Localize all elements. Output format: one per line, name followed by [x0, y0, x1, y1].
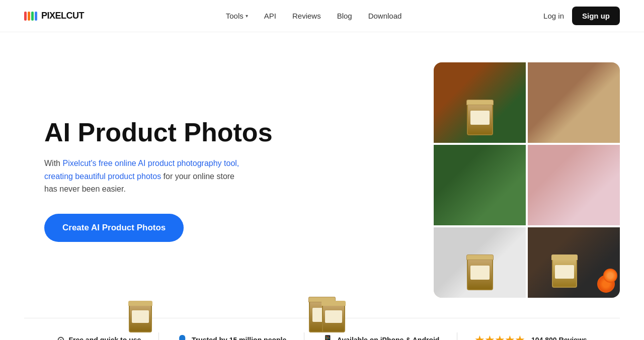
trust-divider-1: [158, 332, 159, 340]
trust-item-free: ⊙ Free and quick to use: [57, 334, 141, 340]
grid-image-flowers: [528, 145, 620, 225]
nav-reviews[interactable]: Reviews: [292, 12, 321, 20]
nav-download[interactable]: Download: [368, 12, 402, 20]
clock-icon: ⊙: [57, 334, 64, 340]
trust-item-mobile: 📱 Available on iPhone & Android: [322, 334, 440, 340]
logo-bar-orange: [28, 12, 30, 21]
hero-description: With Pixelcut's free online AI product p…: [44, 157, 246, 196]
logo-mark: [24, 12, 37, 21]
users-icon: 👤: [177, 334, 188, 340]
grid-image-christmas: [434, 62, 526, 143]
create-cta-button[interactable]: Create AI Product Photos: [44, 214, 184, 242]
trust-item-users: 👤 Trusted by 15 million people: [177, 334, 286, 340]
chevron-down-icon: ▾: [246, 13, 248, 19]
logo-bar-red: [24, 12, 27, 21]
logo-area: PIXELCUT: [24, 11, 84, 21]
nav-api[interactable]: API: [264, 12, 276, 20]
hero-image-grid: [434, 62, 620, 298]
trust-divider-3: [457, 332, 457, 340]
logo-bar-blue: [35, 12, 37, 21]
logo-bar-green: [31, 12, 34, 21]
hero-content: AI Product Photos With Pixelcut's free o…: [44, 118, 286, 242]
product-photo-grid: [434, 62, 620, 298]
grid-image-gray: [434, 227, 526, 298]
grid-image-plants: [434, 145, 526, 225]
star-rating: ★★★★★: [475, 334, 525, 340]
mobile-icon: 📱: [322, 334, 333, 340]
auth-buttons: Log in Sign up: [543, 7, 620, 25]
nav-tools[interactable]: Tools ▾: [226, 12, 248, 20]
grid-image-wood: [528, 62, 620, 143]
nav-blog[interactable]: Blog: [337, 12, 352, 20]
logo-text: PIXELCUT: [41, 11, 84, 21]
hero-title: AI Product Photos: [44, 118, 286, 147]
trust-item-reviews: ★★★★★ 104,800 Reviews: [475, 334, 587, 340]
trust-divider-2: [304, 332, 304, 340]
hero-section: AI Product Photos With Pixelcut's free o…: [0, 32, 644, 318]
nav-links: Tools ▾ API Reviews Blog Download: [226, 12, 402, 20]
signup-button[interactable]: Sign up: [572, 7, 620, 25]
login-button[interactable]: Log in: [543, 12, 564, 20]
reviews-count: 104,800 Reviews: [531, 336, 587, 340]
grid-image-orange-slices: [528, 227, 620, 298]
navbar: PIXELCUT Tools ▾ API Reviews Blog Downlo…: [0, 0, 644, 32]
